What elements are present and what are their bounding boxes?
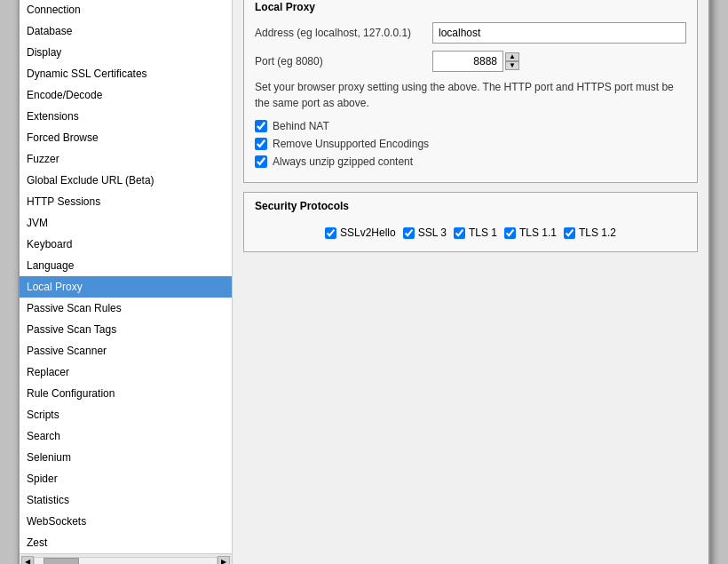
sidebar-item-keyboard[interactable]: Keyboard (20, 234, 232, 255)
sidebar-horiz-scrollbar[interactable]: ◀ ▶ (20, 553, 232, 564)
protocol-checkbox-tls-1.1[interactable] (504, 227, 516, 239)
sidebar-item-dynamic-ssl-certificates[interactable]: Dynamic SSL Certificates (20, 63, 232, 84)
unzip-row: Always unzip gzipped content (255, 155, 686, 168)
remove-encodings-label: Remove Unsupported Encodings (273, 138, 429, 150)
sidebar-item-spider[interactable]: Spider (20, 468, 232, 489)
sidebar-item-search[interactable]: Search (20, 425, 232, 447)
sidebar-item-fuzzer[interactable]: Fuzzer (20, 148, 232, 170)
protocol-ssl-3: SSL 3 (403, 226, 447, 239)
horiz-thumb (44, 558, 79, 565)
spin-up-button[interactable]: ▲ (505, 52, 519, 61)
remove-encodings-row: Remove Unsupported Encodings (255, 138, 686, 150)
sidebar-item-scripts[interactable]: Scripts (20, 404, 232, 425)
sidebar-item-global-exclude-url-beta[interactable]: Global Exclude URL (Beta) (20, 170, 232, 191)
sidebar-item-jvm[interactable]: JVM (20, 212, 232, 234)
behind-nat-checkbox[interactable] (255, 120, 267, 132)
protocol-checkbox-sslv2hello[interactable] (325, 227, 336, 239)
protocol-label-sslv2hello: SSLv2Hello (340, 226, 396, 239)
dialog-content: CertificateCheck For UpdatesConnectionDa… (20, 0, 708, 564)
main-panel: Local Proxy ? Local Proxy Address (eg lo… (233, 0, 708, 564)
protocol-tls-1.1: TLS 1.1 (504, 226, 557, 239)
sidebar-item-replacer[interactable]: Replacer (20, 361, 232, 383)
protocol-label-ssl-3: SSL 3 (418, 226, 447, 239)
protocol-tls-1.2: TLS 1.2 (564, 226, 616, 239)
address-label: Address (eg localhost, 127.0.0.1) (255, 27, 432, 39)
port-label: Port (eg 8080) (255, 55, 432, 68)
sidebar-item-database[interactable]: Database (20, 20, 232, 42)
horiz-track (34, 557, 218, 565)
panel-body: Local Proxy Address (eg localhost, 127.0… (233, 0, 708, 564)
local-proxy-section: Local Proxy Address (eg localhost, 127.0… (243, 0, 698, 183)
sidebar-item-http-sessions[interactable]: HTTP Sessions (20, 191, 232, 212)
protocol-label-tls-1.2: TLS 1.2 (579, 226, 616, 239)
protocol-checkbox-tls-1[interactable] (454, 227, 465, 239)
protocol-tls-1: TLS 1 (454, 226, 497, 239)
protocol-checkbox-tls-1.2[interactable] (564, 227, 575, 239)
sidebar-item-local-proxy[interactable]: Local Proxy (20, 276, 232, 298)
scroll-right-icon[interactable]: ▶ (218, 556, 230, 565)
port-spinner: ▲ ▼ (432, 51, 519, 72)
scroll-left-icon[interactable]: ◀ (21, 556, 34, 565)
sidebar-item-passive-scan-tags[interactable]: Passive Scan Tags (20, 319, 232, 340)
protocols-row: SSLv2HelloSSL 3TLS 1TLS 1.1TLS 1.2 (255, 221, 686, 244)
sidebar-item-passive-scanner[interactable]: Passive Scanner (20, 340, 232, 361)
address-row: Address (eg localhost, 127.0.0.1) (255, 22, 686, 44)
sidebar: CertificateCheck For UpdatesConnectionDa… (20, 0, 233, 564)
sidebar-item-rule-configuration[interactable]: Rule Configuration (20, 383, 232, 404)
sidebar-item-language[interactable]: Language (20, 255, 232, 276)
sidebar-item-zest[interactable]: Zest (20, 532, 232, 553)
protocol-label-tls-1.1: TLS 1.1 (519, 226, 557, 239)
sidebar-item-passive-scan-rules[interactable]: Passive Scan Rules (20, 298, 232, 319)
security-protocols-section: Security Protocols SSLv2HelloSSL 3TLS 1T… (243, 192, 698, 252)
address-input[interactable] (432, 22, 686, 44)
sidebar-item-statistics[interactable]: Statistics (20, 489, 232, 511)
main-dialog: CertificateCheck For UpdatesConnectionDa… (18, 0, 710, 564)
sidebar-item-display[interactable]: Display (20, 42, 232, 63)
port-row: Port (eg 8080) ▲ ▼ (255, 51, 686, 72)
behind-nat-row: Behind NAT (255, 120, 686, 132)
proxy-description: Set your browser proxy setting using the… (255, 79, 686, 111)
behind-nat-label: Behind NAT (273, 120, 329, 132)
protocol-checkbox-ssl-3[interactable] (403, 227, 415, 239)
unzip-label: Always unzip gzipped content (273, 155, 413, 168)
spinner-buttons: ▲ ▼ (505, 52, 519, 70)
protocol-label-tls-1: TLS 1 (469, 226, 497, 239)
section2-title: Security Protocols (255, 200, 686, 212)
sidebar-scroll[interactable]: CertificateCheck For UpdatesConnectionDa… (20, 0, 232, 553)
sidebar-item-websockets[interactable]: WebSockets (20, 511, 232, 532)
unzip-checkbox[interactable] (255, 155, 267, 168)
sidebar-item-forced-browse[interactable]: Forced Browse (20, 127, 232, 148)
sidebar-item-connection[interactable]: Connection (20, 0, 232, 20)
port-input[interactable] (432, 51, 503, 72)
protocol-sslv2hello: SSLv2Hello (325, 226, 396, 239)
section1-title: Local Proxy (255, 1, 686, 13)
remove-encodings-checkbox[interactable] (255, 138, 267, 150)
sidebar-item-extensions[interactable]: Extensions (20, 106, 232, 127)
sidebar-item-selenium[interactable]: Selenium (20, 447, 232, 468)
spin-down-button[interactable]: ▼ (505, 61, 519, 70)
sidebar-item-encode/decode[interactable]: Encode/Decode (20, 84, 232, 106)
